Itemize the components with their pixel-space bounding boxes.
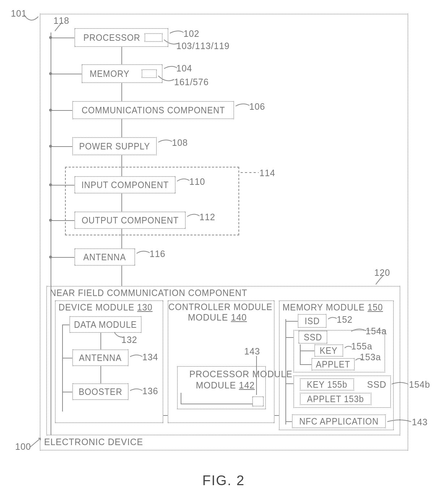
key-155a-label: KEY [320, 345, 338, 356]
junction-input [49, 183, 52, 186]
ref-134: 134 [142, 352, 158, 363]
conn-ant2-boost [100, 366, 101, 383]
memory-module-label: MEMORY MODULE 150 [283, 302, 383, 313]
controller-module-caption2: MODULE 140 [188, 312, 247, 323]
memmod-vbus [285, 319, 286, 425]
lead-116 [136, 250, 151, 256]
memory-module-text: MEMORY MODULE [283, 302, 365, 313]
ref-142: 142 [239, 380, 255, 391]
antenna2-label: ANTENNA [79, 352, 122, 364]
applet-153a-label: APPLET [316, 359, 350, 370]
ref-116: 116 [150, 248, 165, 260]
lead-161 [158, 74, 176, 83]
proc-module-innerline [181, 404, 253, 404]
conn-isd [285, 321, 298, 322]
junction-processor [49, 36, 52, 39]
data-module-label: DATA MODULE [74, 319, 137, 330]
output-block: OUTPUT COMPONENT [74, 212, 186, 229]
lead-112 [186, 213, 201, 219]
conn-ssd-b [285, 383, 293, 384]
ref-102: 102 [184, 28, 199, 39]
lead-154b [391, 381, 410, 387]
figure-caption: FIG. 2 [202, 473, 245, 488]
input-label: INPUT COMPONENT [81, 179, 169, 191]
lead-154a [350, 328, 367, 334]
ref-154a: 154a [366, 326, 387, 337]
lead-143a [254, 355, 262, 397]
conn-datamod-ant [100, 333, 101, 349]
electronic-device-label: ELECTRONIC DEVICE [44, 436, 143, 448]
conn-ant-nfc [121, 266, 122, 286]
applet-153b-chip: APPLET 153b [300, 393, 371, 405]
booster-label: BOOSTER [79, 386, 122, 397]
conn-nfcapp [285, 421, 292, 422]
lead-104 [163, 65, 178, 71]
lead-118 [54, 22, 65, 32]
ssd-a-h1 [300, 351, 314, 351]
lead-152 [327, 316, 338, 321]
conn-boost [62, 392, 72, 392]
processor-module-text: PROCESSOR MODULE [189, 369, 293, 379]
ref-152: 152 [337, 314, 353, 325]
lead-110 [176, 178, 191, 184]
ref-130: 130 [137, 302, 153, 313]
proc-module-innerline-v [181, 393, 181, 404]
isd-label: ISD [305, 316, 320, 327]
lead-155a [344, 345, 353, 350]
key-155b-label: KEY 155b [307, 379, 347, 390]
processor-module-label: PROCESSOR MODULE [189, 369, 293, 379]
conn-input-bus [51, 185, 74, 186]
lead-102 [169, 30, 185, 36]
processor-subchip [145, 33, 163, 42]
ref-140b: 140 [231, 312, 247, 323]
memory-subchip [142, 69, 157, 78]
processor-label: PROCESSOR [83, 32, 141, 43]
data-module-block: DATA MODULE [69, 316, 142, 333]
ref-143b: 143 [412, 417, 428, 428]
nfc-app-chip: NFC APPLICATION [292, 414, 386, 428]
input-block: INPUT COMPONENT [74, 176, 176, 193]
ref-154b: 154b [409, 379, 430, 390]
lead-132 [113, 331, 124, 339]
proc-module-subchip [252, 396, 264, 406]
antenna-block: ANTENNA [74, 248, 135, 266]
ssd-154a-chip: SSD [298, 331, 327, 344]
ref-100: 100 [15, 441, 31, 452]
conn-comm-psu [121, 119, 122, 137]
ref-103: 103/113/119 [176, 40, 230, 52]
ref-161: 161/576 [174, 77, 209, 88]
nfc-component-label: NEAR FIELD COMMUNICATION COMPONENT [50, 287, 247, 299]
ref-106: 106 [249, 101, 265, 112]
antenna-label: ANTENNA [83, 252, 126, 263]
junction-comm [49, 109, 52, 112]
device-module-label: DEVICE MODULE 130 [59, 302, 152, 313]
conn-datamod [62, 325, 69, 325]
device-module-text: DEVICE MODULE [59, 302, 134, 313]
ref-110: 110 [189, 176, 205, 187]
ssd-154a-label: SSD [304, 332, 322, 343]
ref-150: 150 [367, 302, 383, 313]
conn-proc-mem [121, 47, 122, 64]
conn-ssd-a [285, 337, 293, 338]
ssd-154b-label: SSD [367, 379, 387, 390]
lead-153a [355, 357, 363, 362]
conn-memory-bus [51, 74, 82, 74]
diagram-canvas: ELECTRONIC DEVICE 101 118 PROCESSOR 102 … [0, 0, 448, 496]
conn-output-bus [51, 220, 74, 221]
lead-136 [129, 388, 144, 393]
lead-103 [163, 38, 179, 46]
conn-ant2 [62, 358, 72, 358]
psu-block: POWER SUPPLY [72, 137, 157, 155]
lead-108 [158, 139, 173, 145]
memory-label: MEMORY [90, 68, 129, 79]
antenna2-block: ANTENNA [72, 349, 129, 366]
junction-output [49, 219, 52, 222]
controller-module-text: CONTROLLER MODULE [168, 302, 266, 312]
ssd-a-vbus [300, 344, 301, 365]
lead-114 [240, 170, 260, 176]
output-label: OUTPUT COMPONENT [82, 215, 179, 226]
junction-memory [49, 72, 52, 75]
lead-100 [30, 436, 44, 451]
conn-comm-bus [51, 110, 72, 111]
applet-153a-chip: APPLET [311, 358, 355, 370]
